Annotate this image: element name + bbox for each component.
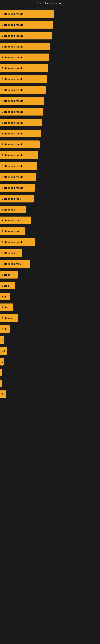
- bar-row: Bottleneck result: [0, 160, 100, 172]
- bottleneck-bar: Bottle: [0, 282, 15, 290]
- bar-row: Bo: [0, 345, 100, 356]
- bar-row: Bottlen: [0, 269, 100, 280]
- bottleneck-bar: Bottlene: [0, 314, 18, 322]
- bar-row: Bottleneck resu: [0, 215, 100, 226]
- bar-row: B: [0, 356, 100, 367]
- bar-row: Bottleneck result: [0, 106, 100, 117]
- bottleneck-bar: Bottleneck res: [0, 228, 25, 235]
- bottleneck-bar: Bo: [0, 347, 7, 354]
- bottleneck-bar: Bo: [0, 390, 6, 398]
- bottleneck-bar: Bottleneck result: [0, 21, 53, 28]
- bar-row: Bottleneck r: [0, 204, 100, 215]
- bottleneck-bar: Bottleneck result: [0, 184, 35, 192]
- bar-row: Bottlene: [0, 313, 100, 324]
- bottleneck-bar: Bottleneck: [0, 249, 22, 257]
- bar-row: Bottleneck result: [0, 74, 100, 84]
- bottleneck-bar: Bottleneck result: [0, 64, 48, 72]
- bar-row: Bottle: [0, 280, 100, 291]
- bottleneck-bar: Bottleneck result: [0, 173, 36, 181]
- bar-row: Bottl: [0, 302, 100, 313]
- bottleneck-bar: [0, 380, 1, 387]
- bottleneck-bar: Bottleneck result: [0, 10, 54, 18]
- bar-row: Bottleneck result: [0, 84, 100, 96]
- bottleneck-bar: Bottleneck result: [0, 97, 44, 105]
- bar-row: Bottleneck result: [0, 96, 100, 106]
- bar-row: Bot: [0, 324, 100, 334]
- bar-row: Bottleneck result: [0, 30, 100, 41]
- bar-row: Bottleneck result: [0, 8, 100, 19]
- bottleneck-bar: Bottl: [0, 304, 13, 311]
- bottleneck-bar: Bot: [0, 292, 10, 300]
- bar-row: Bottleneck result: [0, 172, 100, 182]
- bar-row: Bo: [0, 389, 100, 400]
- bottleneck-bar: Bottlen: [0, 271, 18, 278]
- bottleneck-bar: Bottleneck result: [0, 108, 43, 116]
- bottleneck-bar: Bottleneck r: [0, 206, 26, 213]
- bar-row: Bottleneck resu: [0, 193, 100, 204]
- bottleneck-bar: B: [0, 358, 3, 366]
- bottleneck-bar: Bottleneck result: [0, 43, 50, 50]
- bottleneck-bar: Bottleneck resu: [0, 216, 31, 224]
- bar-row: Bottleneck res: [0, 226, 100, 237]
- site-title: TheBottlenecker.com: [0, 0, 100, 6]
- bottleneck-bar: Bottleneck resu: [0, 195, 34, 202]
- bottleneck-bar: Bottleneck result: [0, 54, 50, 61]
- bar-row: Bottleneck result: [0, 139, 100, 150]
- bar-row: Bottleneck resu: [0, 258, 100, 269]
- bottleneck-bar: Bottleneck result: [0, 238, 35, 246]
- bar-row: Bottleneck result: [0, 52, 100, 63]
- bar-row: Bottleneck: [0, 248, 100, 258]
- bottleneck-bar: Bot: [0, 325, 10, 333]
- bottleneck-bar: [0, 369, 2, 376]
- bottleneck-bar: Bottleneck result: [0, 140, 40, 148]
- bar-row: Bottleneck result: [0, 63, 100, 74]
- bar-row: Bottleneck result: [0, 237, 100, 248]
- bottleneck-bar: B: [0, 336, 4, 344]
- bar-row: Bottleneck result: [0, 128, 100, 139]
- bar-row: Bottleneck result: [0, 19, 100, 30]
- bottleneck-bar: Bottleneck result: [0, 75, 47, 83]
- bar-row: Bottleneck result: [0, 117, 100, 128]
- bar-row: B: [0, 334, 100, 345]
- bottleneck-bar: Bottleneck result: [0, 151, 38, 159]
- bottleneck-bar: Bottleneck result: [0, 162, 37, 170]
- bars-container: Bottleneck resultBottleneck resultBottle…: [0, 6, 100, 402]
- bar-row: Bot: [0, 291, 100, 302]
- bar-row: [0, 378, 100, 389]
- bar-row: [0, 367, 100, 378]
- bar-row: Bottleneck result: [0, 150, 100, 160]
- bottleneck-bar: Bottleneck result: [0, 32, 51, 40]
- bottleneck-bar: Bottleneck resu: [0, 260, 30, 268]
- bottleneck-bar: Bottleneck result: [0, 119, 42, 126]
- bar-row: Bottleneck result: [0, 182, 100, 193]
- bottleneck-bar: Bottleneck result: [0, 86, 46, 94]
- bar-row: Bottleneck result: [0, 41, 100, 52]
- bottleneck-bar: Bottleneck result: [0, 130, 41, 137]
